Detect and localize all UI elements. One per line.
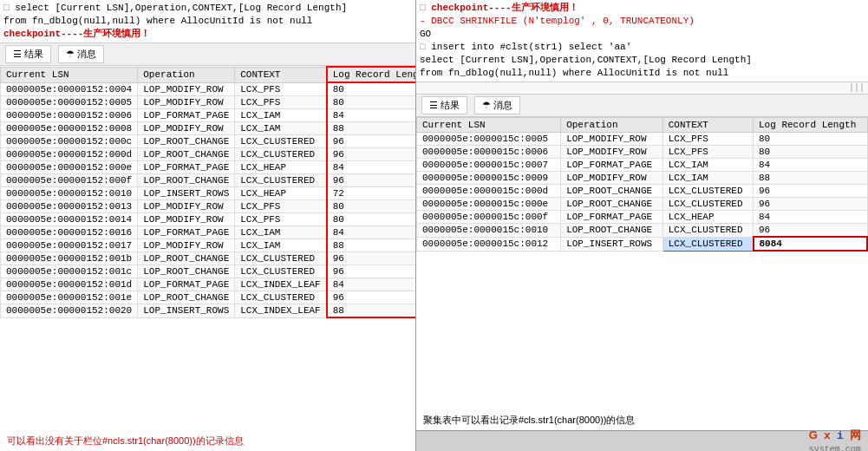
logo-sub: system.com [809, 445, 861, 452]
left-table-row: 0000005e:00000152:001bLOP_ROOT_CHANGELCX… [1, 252, 416, 265]
right-code-area: □ checkpoint----生产环境慎用！ - DBCC SHRINKFIL… [416, 0, 868, 82]
right-table-row: 0000005e:0000015c:0012LOP_INSERT_ROWSLCX… [417, 237, 868, 251]
right-col-op: Operation [561, 118, 663, 133]
left-table-row: 0000005e:00000152:0016LOP_FORMAT_PAGELCX… [1, 226, 416, 239]
right-table-row: 0000005e:0000015c:000fLOP_FORMAT_PAGELCX… [417, 211, 868, 224]
bottom-bar: G x i 网 system.com [416, 430, 868, 451]
right-message-tab[interactable]: ☂ 消息 [474, 96, 520, 114]
logo-text2: 网 [850, 428, 861, 441]
right-table-row: 0000005e:0000015c:0010LOP_ROOT_CHANGELCX… [417, 224, 868, 238]
right-toolbar: ☰ 结果 ☂ 消息 [416, 95, 868, 117]
left-result-tab[interactable]: ☰ 结果 [5, 45, 51, 63]
right-col-lrl: Log Record Length [754, 118, 867, 133]
left-table-header: Current LSN Operation CONTEXT Log Record… [1, 67, 416, 82]
left-table-row: 0000005e:00000152:000cLOP_ROOT_CHANGELCX… [1, 135, 416, 148]
right-table-row: 0000005e:0000015c:0005LOP_MODIFY_ROWLCX_… [417, 133, 868, 146]
left-code-line-1: □ select [Current LSN],Operation,CONTEXT… [3, 2, 412, 15]
left-table-row: 0000005e:00000152:0005LOP_MODIFY_ROWLCX_… [1, 96, 416, 109]
left-table-row: 0000005e:00000152:0008LOP_MODIFY_ROWLCX_… [1, 122, 416, 135]
logo-area: G x i 网 system.com [809, 428, 861, 452]
left-results-table: Current LSN Operation CONTEXT Log Record… [0, 66, 415, 318]
left-table-row: 0000005e:00000152:001dLOP_FORMAT_PAGELCX… [1, 278, 416, 291]
left-panel: □ select [Current LSN],Operation,CONTEXT… [0, 0, 416, 451]
right-col-lsn: Current LSN [417, 118, 561, 133]
left-table-row: 0000005e:00000152:001eLOP_ROOT_CHANGELCX… [1, 291, 416, 304]
right-result-tab[interactable]: ☰ 结果 [421, 96, 467, 114]
left-table-row: 0000005e:00000152:0013LOP_MODIFY_ROWLCX_… [1, 200, 416, 213]
left-col-lsn: Current LSN [1, 67, 138, 82]
left-table-row: 0000005e:00000152:0010LOP_INSERT_ROWSLCX… [1, 187, 416, 200]
left-table-row: 0000005e:00000152:000fLOP_ROOT_CHANGELCX… [1, 174, 416, 187]
right-table-row: 0000005e:0000015c:0007LOP_FORMAT_PAGELCX… [417, 159, 868, 172]
right-code-line-1: □ checkpoint----生产环境慎用！ [420, 2, 865, 15]
left-table-row: 0000005e:00000152:000dLOP_ROOT_CHANGELCX… [1, 148, 416, 161]
left-toolbar: ☰ 结果 ☂ 消息 [0, 43, 415, 66]
left-table-row: 0000005e:00000152:0004LOP_MODIFY_ROWLCX_… [1, 82, 416, 96]
left-table-row: 0000005e:00000152:000eLOP_FORMAT_PAGELCX… [1, 161, 416, 174]
right-code-line-3: GO [420, 28, 865, 41]
right-code-line-4: □ insert into #clst(str1) select 'aa' [420, 41, 865, 54]
right-table-container: Current LSN Operation CONTEXT Log Record… [416, 117, 868, 409]
left-code-line-2: from fn_dblog(null,null) where AllocUnit… [3, 15, 412, 28]
logo-text: G [809, 428, 818, 441]
left-table-container: Current LSN Operation CONTEXT Log Record… [0, 66, 415, 430]
right-code-line-5: select [Current LSN],Operation,CONTEXT,[… [420, 54, 865, 67]
right-table-row: 0000005e:0000015c:000dLOP_ROOT_CHANGELCX… [417, 185, 868, 198]
right-col-ctx: CONTEXT [662, 118, 753, 133]
right-table-row: 0000005e:0000015c:000eLOP_ROOT_CHANGELCX… [417, 198, 868, 211]
right-code-line-2: - DBCC SHRINKFILE (N'templog' , 0, TRUNC… [420, 15, 865, 28]
left-table-row: 0000005e:00000152:0017LOP_MODIFY_ROWLCX_… [1, 239, 416, 252]
right-table-header: Current LSN Operation CONTEXT Log Record… [417, 118, 868, 133]
left-table-row: 0000005e:00000152:001cLOP_ROOT_CHANGELCX… [1, 265, 416, 278]
left-code-line-3: checkpoint----生产环境慎用！ [3, 28, 412, 41]
right-table-row: 0000005e:0000015c:0006LOP_MODIFY_ROWLCX_… [417, 146, 868, 159]
scroll-indicator: ||| [416, 82, 868, 95]
left-annotation: 可以看出没有关于栏位#ncls.str1(char(8000))的记录信息 [0, 430, 415, 451]
left-col-op: Operation [138, 67, 235, 82]
left-code-area: □ select [Current LSN],Operation,CONTEXT… [0, 0, 415, 43]
left-col-ctx: CONTEXT [235, 67, 327, 82]
left-table-row: 0000005e:00000152:0020LOP_INSERT_ROWSLCX… [1, 304, 416, 318]
right-table-row: 0000005e:0000015c:0009LOP_MODIFY_ROWLCX_… [417, 172, 868, 185]
left-col-lrl: Log Record Length [327, 67, 415, 82]
left-table-row: 0000005e:00000152:0006LOP_FORMAT_PAGELCX… [1, 109, 416, 122]
left-table-row: 0000005e:00000152:0014LOP_MODIFY_ROWLCX_… [1, 213, 416, 226]
left-message-tab[interactable]: ☂ 消息 [58, 45, 104, 63]
right-panel: □ checkpoint----生产环境慎用！ - DBCC SHRINKFIL… [416, 0, 868, 451]
main-container: □ select [Current LSN],Operation,CONTEXT… [0, 0, 868, 451]
right-annotation: 聚集表中可以看出记录#cls.str1(char(8000))的信息 [416, 409, 868, 430]
right-results-table: Current LSN Operation CONTEXT Log Record… [416, 117, 868, 252]
right-code-line-6: from fn_dblog(null,null) where AllocUnit… [420, 67, 865, 80]
